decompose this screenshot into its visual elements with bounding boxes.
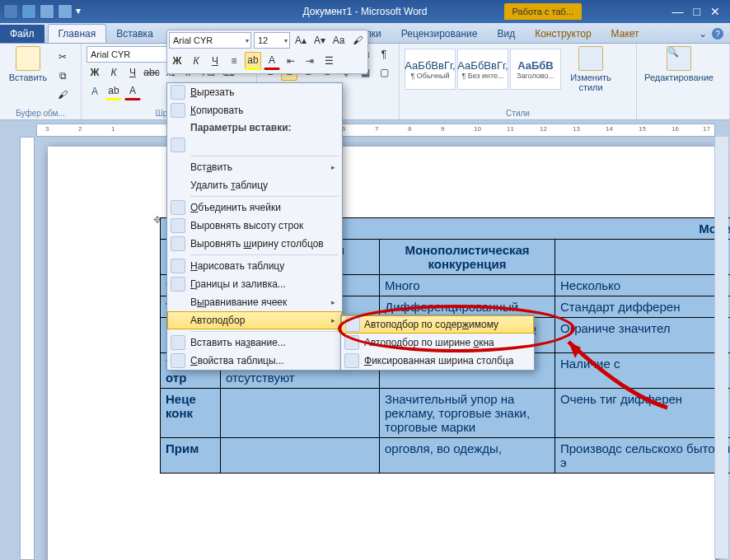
- tab-view[interactable]: Вид: [487, 25, 525, 43]
- menu-cell-alignment[interactable]: Выравнивание ячеек▸: [167, 293, 342, 311]
- mini-bullets-icon[interactable]: ☰: [321, 53, 337, 69]
- format-painter-icon[interactable]: 🖌: [54, 86, 71, 103]
- mini-indent-inc-icon[interactable]: ⇥: [302, 53, 318, 69]
- menu-borders-fill[interactable]: Границы и заливка...: [167, 275, 342, 293]
- submenu-autofit-window[interactable]: Автоподбор по ширине окна: [341, 334, 534, 352]
- vertical-scrollbar[interactable]: [714, 137, 728, 558]
- caption-icon: [171, 335, 185, 350]
- underline-button[interactable]: Ч: [124, 64, 141, 81]
- table-header-col3[interactable]: Монополистическая конкуренция: [380, 240, 555, 275]
- text-effects-icon[interactable]: A: [87, 83, 103, 100]
- styles-gallery[interactable]: АаБбВвГг,¶ Обычный АаБбВвГг,¶ Без инте..…: [405, 49, 561, 90]
- redo-icon[interactable]: [58, 4, 73, 19]
- quick-access-toolbar: ▾: [3, 4, 82, 19]
- ribbon-help: ⌄ ?: [692, 25, 730, 43]
- minimize-button[interactable]: —: [672, 5, 684, 18]
- cut-icon[interactable]: ✂: [54, 49, 71, 65]
- window-title: Документ1 - Microsoft Word: [302, 6, 427, 17]
- tab-insert[interactable]: Вставка: [106, 25, 163, 43]
- close-button[interactable]: ✕: [710, 5, 720, 18]
- menu-cut[interactable]: Вырезать: [167, 83, 342, 101]
- styles-group: АаБбВвГг,¶ Обычный АаБбВвГг,¶ Без инте..…: [400, 44, 637, 119]
- paste-button[interactable]: Вставить: [5, 46, 51, 103]
- title-bar: ▾ Документ1 - Microsoft Word Работа с та…: [0, 0, 730, 23]
- menu-separator: [190, 156, 339, 156]
- paste-icon: [16, 46, 40, 71]
- tab-design[interactable]: Конструктор: [525, 25, 601, 43]
- menu-equal-col-width[interactable]: Выровнять ширину столбцов: [167, 235, 342, 253]
- tab-review[interactable]: Рецензирование: [391, 25, 488, 43]
- mini-font-combo[interactable]: Arial CYR: [169, 32, 251, 49]
- tab-home[interactable]: Главная: [48, 24, 107, 43]
- horizontal-ruler[interactable]: 321 123 456 789 101112 131415 1617: [36, 124, 715, 137]
- clipboard-group-label: Буфер обм...: [5, 107, 76, 119]
- mini-highlight-icon[interactable]: ab: [245, 52, 261, 70]
- minimize-ribbon-icon[interactable]: ⌄: [699, 28, 707, 40]
- mini-indent-dec-icon[interactable]: ⇤: [283, 53, 299, 69]
- mini-grow-icon[interactable]: A▴: [292, 32, 309, 49]
- undo-icon[interactable]: [40, 4, 54, 19]
- mini-shrink-icon[interactable]: A▾: [311, 32, 328, 49]
- editing-group-label: [642, 116, 724, 119]
- italic-button[interactable]: К: [105, 64, 122, 81]
- help-icon[interactable]: ?: [712, 28, 723, 40]
- menu-equal-row-height[interactable]: Выровнять высоту строк: [167, 217, 342, 235]
- highlight-color-icon[interactable]: ab: [105, 82, 122, 100]
- props-icon: [171, 353, 185, 368]
- change-styles-button[interactable]: Изменить стили: [566, 46, 615, 92]
- col-width-icon: [171, 236, 185, 251]
- mini-align-icon[interactable]: ≡: [226, 53, 242, 69]
- mini-bold[interactable]: Ж: [169, 53, 185, 69]
- window-controls: — □ ✕: [672, 5, 727, 18]
- style-no-spacing[interactable]: АаБбВвГг,¶ Без инте...: [457, 49, 508, 90]
- menu-delete-table[interactable]: Удалить таблицу: [167, 176, 342, 194]
- menu-draw-table[interactable]: Нарисовать таблицу: [167, 257, 342, 275]
- mini-styles-icon[interactable]: Aa: [330, 32, 347, 49]
- editing-button[interactable]: 🔍 Редактирование: [642, 46, 716, 82]
- menu-insert-caption[interactable]: Вставить название...: [167, 334, 342, 352]
- word-icon[interactable]: [3, 4, 18, 19]
- row-height-icon: [171, 218, 185, 233]
- ruler-area: 321 123 456 789 101112 131415 1617: [0, 120, 730, 137]
- mini-fontcolor-icon[interactable]: A: [264, 52, 280, 70]
- table-row[interactable]: Неце конкЗначительный упор на рекламу, т…: [161, 389, 731, 438]
- style-heading1[interactable]: АаБбВЗаголово...: [510, 49, 561, 90]
- mini-painter-icon[interactable]: 🖌: [349, 32, 366, 49]
- save-icon[interactable]: [21, 4, 36, 19]
- vertical-ruler[interactable]: [20, 137, 35, 560]
- paste-label: Вставить: [9, 72, 48, 82]
- menu-table-properties[interactable]: Свойства таблицы...: [167, 352, 342, 370]
- menu-paste-option[interactable]: [167, 136, 342, 154]
- tab-file[interactable]: Файл: [0, 25, 44, 43]
- editing-group: 🔍 Редактирование: [637, 44, 730, 119]
- font-color-icon[interactable]: A: [124, 82, 141, 100]
- menu-autofit[interactable]: Автоподбор▸: [167, 311, 342, 329]
- borders-icon[interactable]: ▢: [376, 64, 392, 81]
- bold-button[interactable]: Ж: [87, 64, 103, 81]
- style-normal[interactable]: АаБбВвГг,¶ Обычный: [405, 49, 456, 90]
- strike-button[interactable]: abc: [143, 64, 160, 81]
- submenu-autofit-contents[interactable]: Автоподбор по содержимому: [341, 315, 534, 334]
- context-menu: Вырезать Копировать Параметры вставки: В…: [166, 82, 343, 371]
- table-header-col4[interactable]: [555, 240, 731, 275]
- tab-layout[interactable]: Макет: [601, 25, 649, 43]
- borders-icon: [171, 277, 185, 292]
- table-row[interactable]: Приморговля, во одежды,Производс сельско…: [161, 438, 731, 474]
- change-styles-icon: [578, 46, 603, 71]
- table-tools-contextual-tab[interactable]: Работа с таб...: [504, 3, 582, 20]
- mini-size-combo[interactable]: 12: [254, 32, 290, 49]
- menu-merge-cells[interactable]: Объединить ячейки: [167, 198, 342, 217]
- menu-insert[interactable]: Вставить▸: [167, 158, 342, 176]
- mini-italic[interactable]: К: [188, 53, 204, 69]
- menu-copy[interactable]: Копировать: [167, 101, 342, 119]
- maximize-button[interactable]: □: [694, 5, 700, 18]
- menu-separator: [190, 254, 339, 255]
- copy-icon[interactable]: ⧉: [54, 68, 71, 84]
- font-name-combo[interactable]: Arial CYR: [87, 46, 177, 63]
- show-marks-icon[interactable]: ¶: [376, 46, 392, 63]
- qat-dropdown-icon[interactable]: ▾: [76, 5, 82, 18]
- menu-paste-options-header: Параметры вставки:: [167, 119, 342, 136]
- submenu-fixed-width[interactable]: Фиксированная ширина столбца: [341, 352, 534, 370]
- editing-label: Редактирование: [644, 72, 714, 82]
- mini-underline[interactable]: Ч: [207, 53, 223, 69]
